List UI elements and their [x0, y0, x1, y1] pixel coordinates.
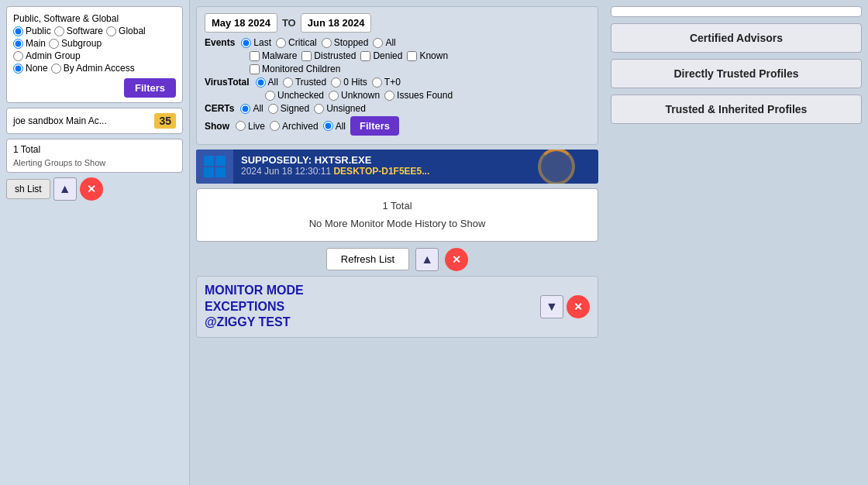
sandbox-row: joe sandbox Main Ac... 35: [6, 108, 183, 134]
vt-0hits-radio[interactable]: 0 Hits: [331, 77, 367, 88]
result-icon: [196, 150, 233, 184]
middle-panel: May 18 2024 TO Jun 18 2024 Events Last C…: [190, 0, 604, 485]
events-critical-radio[interactable]: Critical: [276, 37, 317, 48]
show-row: Show Live Archived All Filters: [205, 116, 590, 136]
none-radio[interactable]: None: [13, 63, 48, 74]
scroll-up-button[interactable]: ▲: [53, 177, 77, 201]
byadmin-radio[interactable]: By Admin Access: [51, 63, 135, 74]
unchecked-radio[interactable]: Unchecked: [265, 90, 324, 101]
svg-rect-2: [204, 167, 214, 177]
certs-label: CERTs: [205, 103, 234, 114]
right-panel: Certified Advisors Directly Trusted Prof…: [604, 0, 868, 485]
denied-checkbox[interactable]: Denied: [360, 50, 402, 61]
vt-all-radio[interactable]: All: [256, 77, 278, 88]
admingroup-radio[interactable]: Admin Group: [13, 50, 81, 61]
total-result-box: 1 Total No More Monitor Mode History to …: [196, 188, 598, 242]
date-from[interactable]: May 18 2024: [205, 13, 277, 33]
right-top-strip: [611, 6, 862, 17]
sandbox-label: joe sandbox Main Ac...: [13, 115, 107, 126]
total-count: 1 Total: [208, 197, 587, 215]
svg-rect-3: [215, 167, 226, 177]
svg-rect-0: [204, 156, 214, 166]
public-radio[interactable]: Public: [13, 26, 51, 36]
malware-checkbox[interactable]: Malware: [250, 50, 297, 61]
show-label: Show: [205, 121, 229, 132]
monitor-btns: ▼ ✕: [540, 295, 590, 318]
result-item[interactable]: SUPPOSEDLY: HXTSR.EXE 2024 Jun 18 12:30:…: [196, 150, 598, 184]
left-panel: Public, Software & Global Public Softwar…: [0, 0, 190, 485]
main-radio[interactable]: Main: [13, 38, 46, 49]
close-button[interactable]: ✕: [80, 177, 103, 201]
certs-all-radio[interactable]: All: [240, 103, 263, 114]
total-box: 1 Total Alerting Groups to Show: [6, 139, 183, 173]
filter-options-box: Public, Software & Global Public Softwar…: [6, 6, 183, 103]
date-row: May 18 2024 TO Jun 18 2024: [205, 13, 590, 33]
show-archived-radio[interactable]: Archived: [270, 121, 319, 132]
directly-trusted-button[interactable]: Directly Trusted Profiles: [611, 59, 862, 88]
alerting-label: Alerting Groups to Show: [13, 158, 176, 167]
sandbox-badge: 35: [154, 113, 176, 129]
filter-section: May 18 2024 TO Jun 18 2024 Events Last C…: [196, 6, 598, 145]
close-result-button[interactable]: ✕: [445, 248, 468, 271]
result-machine: DESKTOP-D1F5EE5...: [333, 166, 429, 177]
close-monitor-button[interactable]: ✕: [567, 295, 590, 318]
svg-rect-1: [215, 156, 226, 166]
issues-found-radio[interactable]: Issues Found: [384, 90, 453, 101]
certs-unsigned-radio[interactable]: Unsigned: [314, 103, 366, 114]
result-time: 2024 Jun 18 12:30:11: [241, 166, 331, 177]
distrusted-checkbox[interactable]: Distrusted: [301, 50, 356, 61]
show-all-radio[interactable]: All: [323, 121, 346, 132]
events-stopped-radio[interactable]: Stopped: [322, 37, 369, 48]
monitored-children-checkbox[interactable]: Monitored Children: [250, 64, 340, 74]
loading-spinner: [538, 150, 575, 184]
subgroup-radio[interactable]: Subgroup: [49, 38, 102, 49]
monitor-title: MONITOR MODE EXCEPTIONS @ZIGGY TEST: [205, 283, 304, 331]
trusted-inherited-button[interactable]: Trusted & Inherited Profiles: [611, 95, 862, 124]
events-last-radio[interactable]: Last: [241, 37, 271, 48]
monitored-row: Monitored Children: [205, 64, 590, 74]
vt-label: VirusTotal: [205, 77, 250, 88]
refresh-row: Refresh List ▲ ✕: [196, 248, 598, 271]
collapse-button[interactable]: ▼: [540, 295, 563, 318]
date-to[interactable]: Jun 18 2024: [301, 13, 372, 33]
monitor-header: MONITOR MODE EXCEPTIONS @ZIGGY TEST ▼ ✕: [205, 283, 590, 331]
total-label: 1 Total: [13, 144, 176, 155]
virustotal-row2: Unchecked Unknown Issues Found: [205, 90, 590, 101]
no-more-label: No More Monitor Mode History to Show: [208, 215, 587, 232]
virustotal-row: VirusTotal All Trusted 0 Hits T+0: [205, 77, 590, 88]
sh-list-button[interactable]: sh List: [6, 179, 50, 199]
events-row2: Malware Distrusted Denied Known: [205, 50, 590, 61]
vt-trusted-radio[interactable]: Trusted: [283, 77, 326, 88]
vt-t0-radio[interactable]: T+0: [372, 77, 401, 88]
to-label: TO: [282, 17, 296, 29]
refresh-button[interactable]: Refresh List: [326, 248, 409, 270]
filters-apply-button[interactable]: Filters: [350, 116, 399, 136]
certified-advisors-button[interactable]: Certified Advisors: [611, 23, 862, 53]
known-checkbox[interactable]: Known: [407, 50, 448, 61]
certs-signed-radio[interactable]: Signed: [268, 103, 309, 114]
scroll-up-button-2[interactable]: ▲: [415, 248, 439, 271]
certs-row: CERTs All Signed Unsigned: [205, 103, 590, 114]
events-row: Events Last Critical Stopped All: [205, 37, 590, 48]
global-radio[interactable]: Global: [106, 26, 146, 36]
filter-scope-label: Public, Software & Global: [13, 13, 119, 24]
monitor-section: MONITOR MODE EXCEPTIONS @ZIGGY TEST ▼ ✕: [196, 276, 598, 338]
bottom-btns: sh List ▲ ✕: [6, 177, 183, 201]
events-all-radio[interactable]: All: [373, 37, 395, 48]
show-live-radio[interactable]: Live: [236, 121, 265, 132]
unknown-radio[interactable]: Unknown: [329, 90, 380, 101]
software-radio[interactable]: Software: [54, 26, 103, 36]
left-filters-button[interactable]: Filters: [124, 78, 176, 98]
events-label: Events: [205, 37, 235, 48]
